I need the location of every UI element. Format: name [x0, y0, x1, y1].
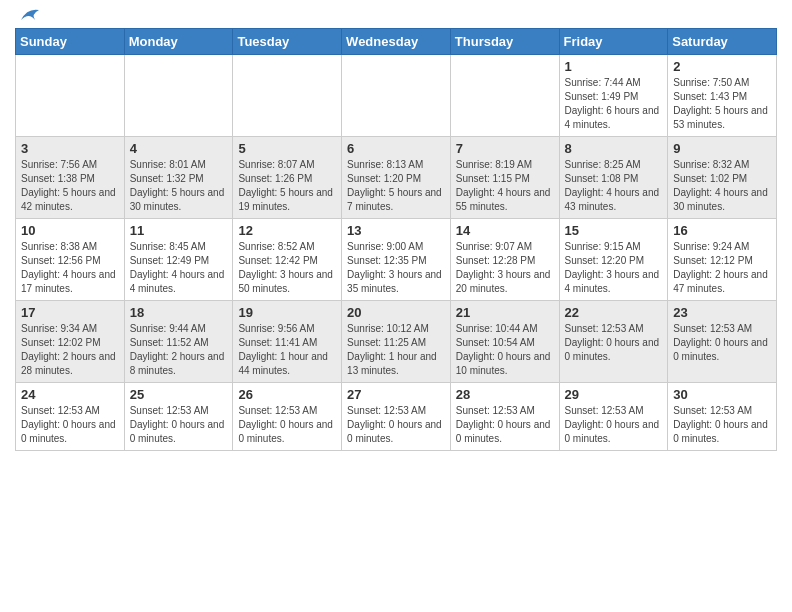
calendar-cell-1-4: 7Sunrise: 8:19 AM Sunset: 1:15 PM Daylig…: [450, 137, 559, 219]
day-number: 30: [673, 387, 771, 402]
calendar-cell-2-3: 13Sunrise: 9:00 AM Sunset: 12:35 PM Dayl…: [342, 219, 451, 301]
day-number: 11: [130, 223, 228, 238]
calendar-cell-0-0: [16, 55, 125, 137]
calendar-cell-3-3: 20Sunrise: 10:12 AM Sunset: 11:25 AM Day…: [342, 301, 451, 383]
weekday-header-row: SundayMondayTuesdayWednesdayThursdayFrid…: [16, 29, 777, 55]
calendar-cell-0-2: [233, 55, 342, 137]
day-info: Sunrise: 8:13 AM Sunset: 1:20 PM Dayligh…: [347, 158, 445, 214]
day-info: Sunrise: 8:32 AM Sunset: 1:02 PM Dayligh…: [673, 158, 771, 214]
calendar-cell-2-2: 12Sunrise: 8:52 AM Sunset: 12:42 PM Dayl…: [233, 219, 342, 301]
day-info: Sunrise: 8:52 AM Sunset: 12:42 PM Daylig…: [238, 240, 336, 296]
day-info: Sunrise: 8:01 AM Sunset: 1:32 PM Dayligh…: [130, 158, 228, 214]
calendar-cell-4-5: 29Sunset: 12:53 AM Daylight: 0 hours and…: [559, 383, 668, 451]
day-info: Sunrise: 9:24 AM Sunset: 12:12 PM Daylig…: [673, 240, 771, 296]
day-number: 28: [456, 387, 554, 402]
calendar-cell-3-4: 21Sunrise: 10:44 AM Sunset: 10:54 AM Day…: [450, 301, 559, 383]
day-info: Sunset: 12:53 AM Daylight: 0 hours and 0…: [130, 404, 228, 446]
day-number: 8: [565, 141, 663, 156]
day-number: 26: [238, 387, 336, 402]
calendar-cell-3-1: 18Sunrise: 9:44 AM Sunset: 11:52 AM Dayl…: [124, 301, 233, 383]
day-info: Sunset: 12:53 AM Daylight: 0 hours and 0…: [238, 404, 336, 446]
day-number: 3: [21, 141, 119, 156]
calendar-cell-3-2: 19Sunrise: 9:56 AM Sunset: 11:41 AM Dayl…: [233, 301, 342, 383]
calendar-cell-4-0: 24Sunset: 12:53 AM Daylight: 0 hours and…: [16, 383, 125, 451]
calendar-cell-2-6: 16Sunrise: 9:24 AM Sunset: 12:12 PM Dayl…: [668, 219, 777, 301]
weekday-header-monday: Monday: [124, 29, 233, 55]
calendar-cell-1-6: 9Sunrise: 8:32 AM Sunset: 1:02 PM Daylig…: [668, 137, 777, 219]
calendar-cell-4-4: 28Sunset: 12:53 AM Daylight: 0 hours and…: [450, 383, 559, 451]
calendar-cell-1-5: 8Sunrise: 8:25 AM Sunset: 1:08 PM Daylig…: [559, 137, 668, 219]
calendar-cell-4-3: 27Sunset: 12:53 AM Daylight: 0 hours and…: [342, 383, 451, 451]
calendar-row-4: 24Sunset: 12:53 AM Daylight: 0 hours and…: [16, 383, 777, 451]
day-info: Sunrise: 7:56 AM Sunset: 1:38 PM Dayligh…: [21, 158, 119, 214]
day-number: 21: [456, 305, 554, 320]
calendar-cell-4-6: 30Sunset: 12:53 AM Daylight: 0 hours and…: [668, 383, 777, 451]
calendar-cell-1-0: 3Sunrise: 7:56 AM Sunset: 1:38 PM Daylig…: [16, 137, 125, 219]
day-number: 4: [130, 141, 228, 156]
day-info: Sunset: 12:53 AM Daylight: 0 hours and 0…: [456, 404, 554, 446]
calendar-cell-1-3: 6Sunrise: 8:13 AM Sunset: 1:20 PM Daylig…: [342, 137, 451, 219]
calendar-cell-3-5: 22Sunset: 12:53 AM Daylight: 0 hours and…: [559, 301, 668, 383]
day-number: 23: [673, 305, 771, 320]
calendar-cell-2-4: 14Sunrise: 9:07 AM Sunset: 12:28 PM Dayl…: [450, 219, 559, 301]
day-number: 19: [238, 305, 336, 320]
calendar-cell-1-1: 4Sunrise: 8:01 AM Sunset: 1:32 PM Daylig…: [124, 137, 233, 219]
day-info: Sunrise: 8:19 AM Sunset: 1:15 PM Dayligh…: [456, 158, 554, 214]
day-number: 22: [565, 305, 663, 320]
calendar-row-1: 3Sunrise: 7:56 AM Sunset: 1:38 PM Daylig…: [16, 137, 777, 219]
calendar-cell-1-2: 5Sunrise: 8:07 AM Sunset: 1:26 PM Daylig…: [233, 137, 342, 219]
day-number: 6: [347, 141, 445, 156]
calendar-cell-0-1: [124, 55, 233, 137]
day-number: 25: [130, 387, 228, 402]
day-info: Sunset: 12:53 AM Daylight: 0 hours and 0…: [347, 404, 445, 446]
day-info: Sunrise: 9:56 AM Sunset: 11:41 AM Daylig…: [238, 322, 336, 378]
logo-bird-icon: [17, 6, 39, 26]
day-info: Sunrise: 7:50 AM Sunset: 1:43 PM Dayligh…: [673, 76, 771, 132]
calendar-cell-4-2: 26Sunset: 12:53 AM Daylight: 0 hours and…: [233, 383, 342, 451]
weekday-header-wednesday: Wednesday: [342, 29, 451, 55]
day-info: Sunrise: 7:44 AM Sunset: 1:49 PM Dayligh…: [565, 76, 663, 132]
calendar-cell-2-1: 11Sunrise: 8:45 AM Sunset: 12:49 PM Dayl…: [124, 219, 233, 301]
day-number: 1: [565, 59, 663, 74]
logo: [15, 10, 39, 22]
day-number: 14: [456, 223, 554, 238]
day-number: 24: [21, 387, 119, 402]
calendar-cell-3-0: 17Sunrise: 9:34 AM Sunset: 12:02 PM Dayl…: [16, 301, 125, 383]
weekday-header-sunday: Sunday: [16, 29, 125, 55]
day-number: 29: [565, 387, 663, 402]
weekday-header-tuesday: Tuesday: [233, 29, 342, 55]
day-number: 10: [21, 223, 119, 238]
calendar-row-0: 1Sunrise: 7:44 AM Sunset: 1:49 PM Daylig…: [16, 55, 777, 137]
weekday-header-thursday: Thursday: [450, 29, 559, 55]
day-info: Sunrise: 9:34 AM Sunset: 12:02 PM Daylig…: [21, 322, 119, 378]
calendar-cell-4-1: 25Sunset: 12:53 AM Daylight: 0 hours and…: [124, 383, 233, 451]
day-info: Sunrise: 10:12 AM Sunset: 11:25 AM Dayli…: [347, 322, 445, 378]
page: SundayMondayTuesdayWednesdayThursdayFrid…: [0, 0, 792, 461]
calendar-cell-0-6: 2Sunrise: 7:50 AM Sunset: 1:43 PM Daylig…: [668, 55, 777, 137]
calendar-cell-3-6: 23Sunset: 12:53 AM Daylight: 0 hours and…: [668, 301, 777, 383]
day-number: 27: [347, 387, 445, 402]
calendar-table: SundayMondayTuesdayWednesdayThursdayFrid…: [15, 28, 777, 451]
day-number: 15: [565, 223, 663, 238]
day-number: 7: [456, 141, 554, 156]
calendar-cell-0-3: [342, 55, 451, 137]
day-info: Sunset: 12:53 AM Daylight: 0 hours and 0…: [21, 404, 119, 446]
day-number: 17: [21, 305, 119, 320]
day-number: 5: [238, 141, 336, 156]
day-info: Sunset: 12:53 AM Daylight: 0 hours and 0…: [673, 404, 771, 446]
calendar-cell-2-0: 10Sunrise: 8:38 AM Sunset: 12:56 PM Dayl…: [16, 219, 125, 301]
header: [15, 10, 777, 22]
day-info: Sunrise: 9:44 AM Sunset: 11:52 AM Daylig…: [130, 322, 228, 378]
day-number: 20: [347, 305, 445, 320]
day-number: 13: [347, 223, 445, 238]
day-info: Sunrise: 8:07 AM Sunset: 1:26 PM Dayligh…: [238, 158, 336, 214]
day-info: Sunset: 12:53 AM Daylight: 0 hours and 0…: [565, 404, 663, 446]
day-info: Sunrise: 8:38 AM Sunset: 12:56 PM Daylig…: [21, 240, 119, 296]
day-info: Sunrise: 10:44 AM Sunset: 10:54 AM Dayli…: [456, 322, 554, 378]
day-number: 2: [673, 59, 771, 74]
day-info: Sunrise: 9:07 AM Sunset: 12:28 PM Daylig…: [456, 240, 554, 296]
day-info: Sunrise: 9:00 AM Sunset: 12:35 PM Daylig…: [347, 240, 445, 296]
calendar-cell-0-5: 1Sunrise: 7:44 AM Sunset: 1:49 PM Daylig…: [559, 55, 668, 137]
calendar-cell-2-5: 15Sunrise: 9:15 AM Sunset: 12:20 PM Dayl…: [559, 219, 668, 301]
day-number: 18: [130, 305, 228, 320]
